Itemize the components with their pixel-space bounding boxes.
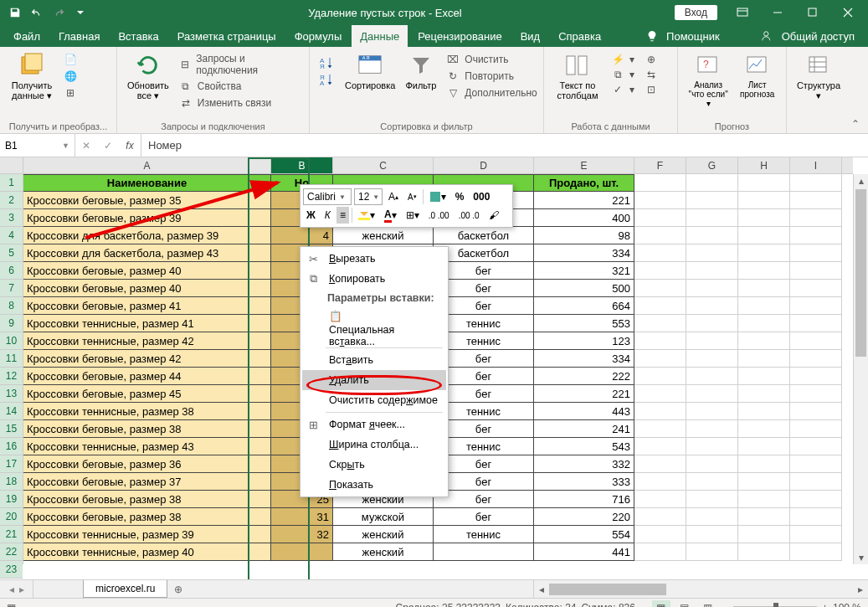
cell[interactable] bbox=[634, 438, 686, 455]
cell[interactable] bbox=[686, 385, 738, 403]
cell[interactable]: бег bbox=[434, 262, 534, 280]
cell[interactable]: Кроссовки беговые, размер 36 bbox=[23, 455, 271, 473]
decrease-decimal-icon[interactable]: .00 .0 bbox=[455, 207, 483, 224]
row-header[interactable]: 2 bbox=[0, 192, 23, 209]
cell[interactable] bbox=[790, 209, 842, 227]
sheet-tab[interactable]: microexcel.ru bbox=[83, 580, 167, 598]
cell[interactable] bbox=[634, 508, 686, 526]
undo-icon[interactable] bbox=[27, 3, 47, 23]
cell[interactable] bbox=[686, 280, 738, 297]
cell[interactable]: теннис bbox=[434, 403, 534, 420]
tell-me[interactable]: Помощник bbox=[666, 30, 720, 43]
cell[interactable]: Кроссовки теннисные, размер 40 bbox=[23, 543, 271, 561]
redo-icon[interactable] bbox=[49, 3, 69, 23]
row-header[interactable]: 1 bbox=[0, 174, 23, 192]
cell[interactable]: 222 bbox=[534, 368, 634, 385]
cell[interactable] bbox=[686, 543, 738, 561]
flash-fill-icon[interactable]: ⚡▾ bbox=[608, 52, 638, 67]
cell[interactable]: Кроссовки беговые, размер 35 bbox=[23, 192, 271, 209]
cell[interactable]: 221 bbox=[534, 385, 634, 403]
cell[interactable] bbox=[790, 280, 842, 297]
share-button[interactable]: Общий доступ bbox=[782, 30, 855, 43]
header-cell[interactable]: Продано, шт. bbox=[534, 174, 634, 192]
connections-button[interactable]: ⊟Запросы и подключения bbox=[176, 52, 302, 77]
cell[interactable] bbox=[634, 244, 686, 262]
cell[interactable]: теннис bbox=[434, 332, 534, 350]
tab-рецензирование[interactable]: Рецензирование bbox=[409, 25, 510, 47]
cell[interactable] bbox=[738, 262, 790, 280]
col-header-B[interactable]: B bbox=[271, 157, 333, 173]
page-break-view-icon[interactable]: ▥ bbox=[699, 600, 717, 608]
format-painter-icon[interactable]: 🖌 bbox=[485, 207, 502, 224]
cell[interactable] bbox=[790, 244, 842, 262]
cell[interactable]: 400 bbox=[534, 209, 634, 227]
cell[interactable] bbox=[686, 350, 738, 368]
filter-button[interactable]: Фильтр bbox=[402, 50, 439, 92]
cell[interactable] bbox=[738, 420, 790, 438]
cell[interactable]: баскетбол bbox=[434, 244, 534, 262]
relationships-icon[interactable]: ⇆ bbox=[641, 67, 661, 82]
cell[interactable]: женский bbox=[333, 543, 434, 561]
cell[interactable] bbox=[686, 332, 738, 350]
enter-formula-icon[interactable]: ✓ bbox=[97, 140, 119, 152]
cell[interactable] bbox=[790, 420, 842, 438]
cell[interactable]: бег bbox=[434, 280, 534, 297]
row-header[interactable]: 20 bbox=[0, 508, 23, 526]
ctx-insert[interactable]: Вставить bbox=[302, 350, 446, 370]
cell[interactable]: 553 bbox=[534, 315, 634, 332]
ctx-paste[interactable]: 📋 bbox=[302, 306, 446, 326]
refresh-all-button[interactable]: Обновить все ▾ bbox=[124, 50, 172, 103]
cell[interactable]: Кроссовки для баскетбола, размер 43 bbox=[23, 244, 271, 262]
decrease-font-icon[interactable]: A▾ bbox=[404, 188, 420, 205]
row-header[interactable]: 15 bbox=[0, 420, 23, 438]
tab-файл[interactable]: Файл bbox=[5, 25, 49, 47]
sort-az-icon[interactable]: AЯ bbox=[316, 55, 338, 70]
cell[interactable] bbox=[686, 526, 738, 543]
cell[interactable]: баскетбол bbox=[434, 227, 534, 244]
row-header[interactable]: 23 bbox=[0, 561, 23, 579]
cell[interactable]: Кроссовки беговые, размер 40 bbox=[23, 280, 271, 297]
cell[interactable]: 500 bbox=[534, 280, 634, 297]
cell[interactable] bbox=[738, 543, 790, 561]
cell[interactable] bbox=[790, 385, 842, 403]
cell[interactable] bbox=[738, 244, 790, 262]
cell[interactable] bbox=[738, 526, 790, 543]
from-table-icon[interactable]: ⊞ bbox=[60, 85, 80, 100]
cell[interactable]: Кроссовки беговые, размер 45 bbox=[23, 385, 271, 403]
sheet-nav[interactable]: ◂▸ bbox=[0, 580, 33, 598]
cell[interactable]: 716 bbox=[534, 491, 634, 508]
cell[interactable]: 220 bbox=[534, 508, 634, 526]
cell[interactable] bbox=[790, 192, 842, 209]
cell[interactable]: 32 bbox=[271, 526, 333, 543]
cell[interactable]: мужской bbox=[333, 508, 434, 526]
cell[interactable]: 98 bbox=[534, 227, 634, 244]
cell[interactable] bbox=[686, 262, 738, 280]
cell[interactable] bbox=[790, 508, 842, 526]
collapse-ribbon-icon[interactable]: ⌃ bbox=[848, 118, 863, 130]
tab-данные[interactable]: Данные bbox=[352, 25, 408, 47]
outline-button[interactable]: Структура ▾ bbox=[794, 50, 844, 103]
cell[interactable] bbox=[790, 543, 842, 561]
header-cell[interactable]: Наименование bbox=[23, 174, 271, 192]
row-header[interactable]: 8 bbox=[0, 297, 23, 315]
cell[interactable] bbox=[271, 543, 333, 561]
cell[interactable] bbox=[738, 297, 790, 315]
row-header[interactable]: 19 bbox=[0, 491, 23, 508]
cell[interactable]: бег bbox=[434, 455, 534, 473]
cell[interactable]: Кроссовки беговые, размер 41 bbox=[23, 297, 271, 315]
cell[interactable] bbox=[738, 209, 790, 227]
font-color-icon[interactable]: А▾ bbox=[381, 207, 400, 224]
cell[interactable] bbox=[738, 350, 790, 368]
row-header[interactable]: 17 bbox=[0, 455, 23, 473]
header-cell[interactable] bbox=[790, 174, 842, 192]
cell[interactable]: Кроссовки беговые, размер 38 bbox=[23, 508, 271, 526]
cell[interactable] bbox=[738, 473, 790, 491]
cell[interactable] bbox=[790, 455, 842, 473]
col-header-I[interactable]: I bbox=[790, 157, 842, 173]
cell[interactable]: 333 bbox=[534, 473, 634, 491]
cell[interactable] bbox=[790, 227, 842, 244]
cell[interactable] bbox=[738, 315, 790, 332]
cell[interactable]: Кроссовки беговые, размер 38 bbox=[23, 491, 271, 508]
cell[interactable]: бег bbox=[434, 385, 534, 403]
cell[interactable]: Кроссовки беговые, размер 37 bbox=[23, 473, 271, 491]
